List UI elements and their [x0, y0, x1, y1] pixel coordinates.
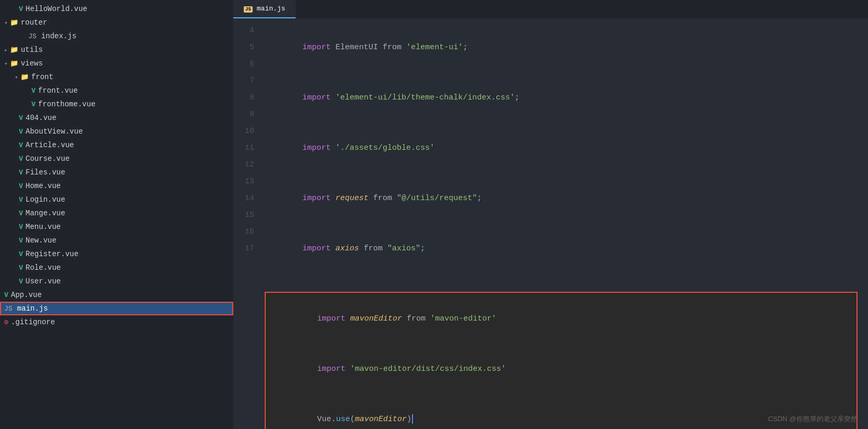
folder-icon: 📁 [20, 73, 29, 81]
file-label: User.vue [26, 277, 61, 285]
folder-icon: 📁 [10, 59, 18, 68]
file-label: Mange.vue [26, 209, 66, 217]
vue-file-icon: V [19, 196, 23, 204]
file-index-js[interactable]: JS index.js [0, 29, 233, 43]
vue-file-icon: V [19, 278, 23, 285]
file-article-vue[interactable]: V Article.vue [0, 138, 233, 152]
folder-icon: 📁 [10, 46, 18, 54]
code-line-9 [265, 274, 858, 291]
file-label: Course.vue [26, 155, 70, 163]
folder-utils[interactable]: 📁 utils [0, 43, 233, 57]
vue-file-icon: V [19, 114, 23, 122]
vue-file-icon: V [19, 210, 23, 217]
file-aboutview-vue[interactable]: V AboutView.vue [0, 125, 233, 138]
vue-file-icon: V [19, 128, 23, 136]
file-label: Login.vue [26, 195, 66, 204]
line-numbers: 4 5 6 7 8 9 10 11 12 13 14 15 16 17 [233, 23, 265, 425]
code-content[interactable]: 4 5 6 7 8 9 10 11 12 13 14 15 16 17 impo… [233, 18, 868, 429]
chevron-icon [4, 47, 8, 53]
file-mange-vue[interactable]: V Mange.vue [0, 206, 233, 220]
file-label: Files.vue [26, 168, 66, 177]
file-login-vue[interactable]: V Login.vue [0, 193, 233, 206]
folder-label: front [31, 73, 53, 81]
file-label: 404.vue [26, 114, 57, 122]
file-label: .gitignore [11, 318, 55, 326]
file-gitignore[interactable]: ⚙ .gitignore [0, 315, 233, 329]
git-icon: ⚙ [4, 318, 8, 326]
file-label: Home.vue [26, 182, 61, 190]
tab-label: main.js [257, 5, 286, 13]
file-label: Article.vue [26, 141, 74, 149]
file-user-vue[interactable]: V User.vue [0, 274, 233, 288]
folder-views[interactable]: 📁 views [0, 57, 233, 70]
code-line-8: import axios from "axios"; [265, 224, 858, 274]
folder-icon: 📁 [10, 18, 18, 27]
file-label: Register.vue [26, 250, 79, 258]
vue-file-icon: V [31, 87, 36, 95]
code-line-12: Vue.use(mavonEditor) [270, 394, 852, 429]
file-label: Menu.vue [26, 223, 61, 231]
file-main-js[interactable]: JS main.js [0, 302, 233, 315]
file-label: HelloWorld.vue [26, 5, 88, 13]
file-fronthome-vue[interactable]: V fronthome.vue [0, 97, 233, 111]
chevron-icon [4, 60, 8, 67]
file-home-vue[interactable]: V Home.vue [0, 179, 233, 193]
file-app-vue[interactable]: V App.vue [0, 288, 233, 302]
vue-file-icon: V [19, 141, 23, 149]
code-line-10: import mavonEditor from 'mavon-editor' [270, 294, 852, 344]
vue-file-icon: V [19, 223, 23, 231]
code-lines-content: import ElementUI from 'element-ui'; impo… [265, 23, 868, 425]
folder-label: views [21, 59, 43, 68]
code-line-11: import 'mavon-editor/dist/css/index.css' [270, 344, 852, 394]
vue-file-icon: V [19, 155, 23, 163]
vue-file-icon: V [31, 101, 36, 108]
file-label: New.vue [26, 236, 57, 245]
code-line-5: import 'element-ui/lib/theme-chalk/index… [265, 73, 858, 123]
file-label: AboutView.vue [26, 127, 83, 136]
file-files-vue[interactable]: V Files.vue [0, 166, 233, 179]
code-line-4: import ElementUI from 'element-ui'; [265, 23, 858, 73]
vue-file-icon: V [19, 5, 23, 13]
chevron-icon [15, 74, 18, 81]
file-label: index.js [41, 32, 77, 40]
highlighted-code-block: import mavonEditor from 'mavon-editor' i… [265, 292, 858, 429]
file-register-vue[interactable]: V Register.vue [0, 247, 233, 261]
file-label: main.js [17, 304, 48, 313]
folder-label: utils [21, 46, 43, 54]
vue-file-icon: V [19, 169, 23, 177]
tab-main-js[interactable]: JS main.js [233, 0, 296, 18]
file-404-vue[interactable]: V 404.vue [0, 111, 233, 125]
code-line-6: import './assets/globle.css' [265, 123, 858, 173]
file-label: fronthome.vue [38, 100, 95, 108]
file-menu-vue[interactable]: V Menu.vue [0, 220, 233, 234]
vue-file-icon: V [19, 237, 23, 245]
tab-bar: JS main.js [233, 0, 868, 18]
code-line-7: import request from "@/utils/request"; [265, 173, 858, 224]
js-file-icon: JS [28, 32, 37, 40]
vue-file-icon: V [19, 264, 23, 272]
code-editor: JS main.js 4 5 6 7 8 9 10 11 12 13 14 15… [233, 0, 868, 429]
js-tab-icon: JS [244, 5, 253, 13]
file-label: Role.vue [26, 263, 61, 272]
vue-file-icon: V [19, 250, 23, 258]
chevron-icon [4, 19, 8, 26]
file-label: App.vue [11, 291, 42, 299]
file-course-vue[interactable]: V Course.vue [0, 152, 233, 166]
folder-front[interactable]: 📁 front [0, 70, 233, 84]
file-helloworld[interactable]: V HelloWorld.vue [0, 2, 233, 16]
watermark-text: CSDN @你憨厚的老父亲突然 [768, 414, 858, 424]
file-explorer: V HelloWorld.vue 📁 router JS index.js 📁 … [0, 0, 233, 429]
file-new-vue[interactable]: V New.vue [0, 234, 233, 247]
folder-label: router [21, 18, 47, 27]
file-role-vue[interactable]: V Role.vue [0, 261, 233, 274]
folder-router[interactable]: 📁 router [0, 16, 233, 29]
file-front-vue[interactable]: V front.vue [0, 84, 233, 97]
file-label: front.vue [38, 86, 78, 95]
js-file-icon: JS [4, 305, 13, 313]
vue-file-icon: V [19, 182, 23, 190]
vue-file-icon: V [4, 291, 8, 299]
